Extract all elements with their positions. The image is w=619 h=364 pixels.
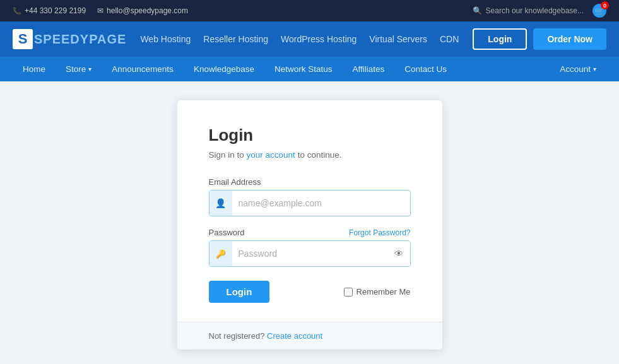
sub-nav-left: Home Store ▾ Announcements Knowledgebase… <box>13 57 457 81</box>
mail-icon <box>97 6 103 15</box>
email-form-group: Email Address <box>209 177 411 216</box>
email-input-wrap <box>209 190 411 216</box>
email-address: hello@speedypage.com <box>107 6 188 15</box>
password-label: Password <box>209 228 245 237</box>
sub-nav-right: Account ▾ <box>550 57 606 81</box>
login-button[interactable]: Login <box>473 28 527 50</box>
not-registered-text: Not registered? <box>209 331 265 341</box>
remember-me-label[interactable]: Remember Me <box>344 287 411 296</box>
email-label: Email Address <box>209 177 411 187</box>
login-footer: Not registered? Create account <box>177 322 442 349</box>
remember-me-checkbox[interactable] <box>344 288 353 296</box>
login-actions-row: Login Remember Me <box>209 281 411 303</box>
login-title: Login <box>209 126 411 145</box>
nav-link-wordpress-hosting[interactable]: WordPress Hosting <box>281 32 357 47</box>
subnav-affiliates[interactable]: Affiliates <box>343 57 395 81</box>
subnav-store[interactable]: Store ▾ <box>56 57 102 81</box>
main-navbar: S SPEEDYPAGE Web Hosting Reseller Hostin… <box>0 21 619 57</box>
logo[interactable]: S SPEEDYPAGE <box>13 21 126 57</box>
user-icon <box>215 197 226 209</box>
forgot-password-link[interactable]: Forgot Password? <box>349 228 410 237</box>
email-input[interactable] <box>232 192 410 214</box>
email-info: hello@speedypage.com <box>97 6 188 15</box>
top-bar: +44 330 229 2199 hello@speedypage.com Se… <box>0 0 619 21</box>
phone-icon <box>13 7 21 15</box>
logo-s-icon: S <box>13 29 33 49</box>
your-account-link[interactable]: your account <box>247 150 295 160</box>
subnav-account[interactable]: Account ▾ <box>550 57 606 81</box>
account-dropdown-icon: ▾ <box>593 66 596 73</box>
password-input-wrap <box>209 240 411 267</box>
phone-number: +44 330 229 2199 <box>25 6 86 15</box>
password-form-group: Password Forgot Password? <box>209 228 411 267</box>
search-icon <box>473 6 482 15</box>
nav-link-reseller-hosting[interactable]: Reseller Hosting <box>203 32 268 47</box>
subnav-knowledgebase[interactable]: Knowledgebase <box>184 57 264 81</box>
create-account-link[interactable]: Create account <box>267 331 322 341</box>
submit-login-button[interactable]: Login <box>209 281 270 303</box>
nav-link-virtual-servers[interactable]: Virtual Servers <box>369 32 427 47</box>
nav-links: Web Hosting Reseller Hosting WordPress H… <box>140 32 459 47</box>
main-content: Login Sign in to your account to continu… <box>0 81 619 364</box>
password-input[interactable] <box>232 243 387 264</box>
toggle-password-visibility[interactable] <box>387 241 410 266</box>
nav-link-cdn[interactable]: CDN <box>440 32 459 47</box>
subnav-announcements[interactable]: Announcements <box>102 57 184 81</box>
phone-info: +44 330 229 2199 <box>13 6 86 15</box>
login-subtitle: Sign in to your account to continue. <box>209 150 411 160</box>
sub-navbar: Home Store ▾ Announcements Knowledgebase… <box>0 57 619 81</box>
cart-button[interactable]: 0 <box>592 4 606 18</box>
top-bar-right: Search our knowledgebase... 0 <box>473 4 606 18</box>
password-key-icon <box>209 241 232 266</box>
search-area[interactable]: Search our knowledgebase... <box>473 6 584 15</box>
search-label: Search our knowledgebase... <box>486 6 584 15</box>
password-row: Password Forgot Password? <box>209 228 411 237</box>
store-dropdown-icon: ▾ <box>88 66 91 73</box>
login-card: Login Sign in to your account to continu… <box>177 100 442 349</box>
key-icon <box>216 248 226 259</box>
order-now-button[interactable]: Order Now <box>533 28 606 50</box>
eye-icon <box>394 248 403 259</box>
email-user-icon <box>209 191 232 216</box>
subnav-network-status[interactable]: Network Status <box>264 57 343 81</box>
subnav-contact-us[interactable]: Contact Us <box>394 57 457 81</box>
nav-link-web-hosting[interactable]: Web Hosting <box>140 32 191 47</box>
login-body: Login Sign in to your account to continu… <box>177 100 442 322</box>
logo-text: SPEEDYPAGE <box>34 32 126 47</box>
top-bar-left: +44 330 229 2199 hello@speedypage.com <box>13 6 188 15</box>
cart-count: 0 <box>601 1 609 9</box>
nav-buttons: Login Order Now <box>473 28 606 50</box>
subnav-home[interactable]: Home <box>13 57 56 81</box>
